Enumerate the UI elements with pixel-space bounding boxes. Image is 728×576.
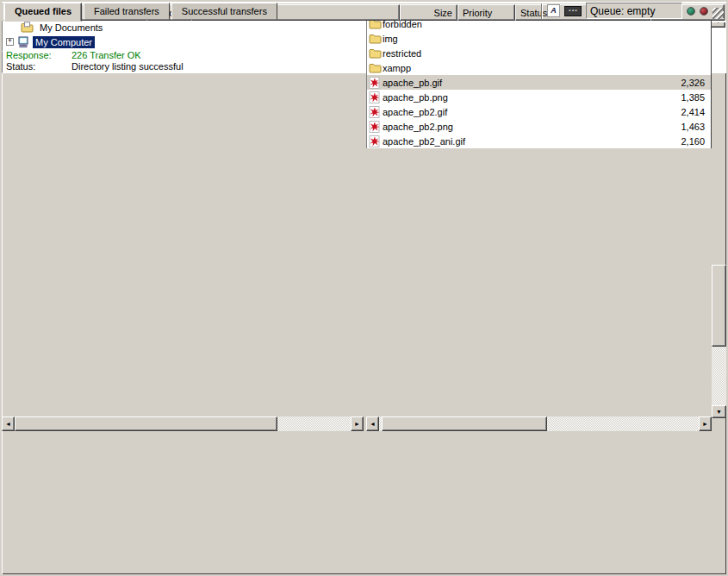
- encryption-indicator-icon[interactable]: ▪▪▪: [564, 6, 582, 16]
- tree-item-my-computer[interactable]: + My Computer: [6, 34, 361, 49]
- remote-file-list: .. forbidden img restricted xampp apache…: [366, 2, 712, 148]
- scroll-right-icon[interactable]: ►: [699, 416, 712, 431]
- remote-file-row[interactable]: apache_pb2.gif 2,414: [367, 104, 711, 119]
- remote-file-row[interactable]: xampp: [367, 60, 711, 75]
- queue-status-panel: Queue: empty: [586, 3, 682, 19]
- folder-icon: [369, 63, 382, 73]
- folder-icon: [369, 48, 382, 59]
- data-type-indicator-icon[interactable]: A: [547, 4, 560, 17]
- file-name: apache_pb.gif: [383, 78, 616, 88]
- scrollbar-thumb[interactable]: [15, 416, 277, 431]
- my-computer-icon: [17, 36, 29, 47]
- log-label: Status:: [6, 61, 72, 72]
- remote-file-row[interactable]: apache_pb2_ani.gif 2,160: [367, 134, 711, 148]
- image-file-icon: [369, 121, 381, 133]
- remote-file-row[interactable]: apache_pb2.png 1,463: [367, 119, 711, 134]
- file-name: apache_pb2.gif: [383, 107, 616, 117]
- file-name: apache_pb2.png: [383, 122, 616, 132]
- file-name: xampp: [383, 63, 616, 73]
- remote-vertical-scrollbar[interactable]: ▼: [712, 265, 726, 418]
- file-name: restricted: [383, 48, 616, 59]
- file-size: 1,463: [616, 122, 711, 132]
- pane-splitter[interactable]: [364, 163, 366, 453]
- image-file-icon: [369, 91, 381, 103]
- tree-item-label-selected: My Computer: [33, 36, 95, 48]
- scrollbar-track[interactable]: [379, 416, 699, 431]
- resize-grip[interactable]: [712, 8, 724, 19]
- scroll-left-icon[interactable]: ◄: [2, 416, 15, 431]
- remote-file-row-selected[interactable]: apache_pb.gif 2,326: [367, 75, 711, 90]
- folder-icon: [369, 34, 382, 44]
- scrollbar-track[interactable]: [712, 265, 726, 405]
- tree-item-label: My Documents: [37, 22, 105, 34]
- tree-item-my-documents[interactable]: My Documents: [6, 20, 361, 34]
- file-name: img: [383, 34, 616, 44]
- upload-activity-indicator: [700, 7, 708, 16]
- file-name: apache_pb2_ani.gif: [383, 136, 616, 147]
- status-bar: A ▪▪▪ Queue: empty: [2, 2, 726, 19]
- queue-status-text: Queue: empty: [590, 5, 655, 17]
- file-size: 2,160: [616, 136, 711, 147]
- remote-horizontal-scrollbar[interactable]: ◄ ►: [366, 416, 712, 431]
- scrollbar-thumb[interactable]: [382, 416, 547, 431]
- remote-file-row[interactable]: restricted: [367, 46, 711, 60]
- scroll-down-icon[interactable]: ▼: [712, 405, 726, 418]
- scroll-right-icon[interactable]: ►: [351, 416, 364, 431]
- download-activity-indicator: [687, 7, 695, 16]
- scroll-left-icon[interactable]: ◄: [366, 416, 379, 431]
- remote-file-row[interactable]: apache_pb.png 1,385: [367, 90, 711, 104]
- file-size: 2,326: [616, 78, 711, 88]
- image-file-icon: [369, 106, 381, 118]
- local-horizontal-scrollbar[interactable]: ◄ ►: [2, 416, 364, 431]
- file-name: apache_pb.png: [383, 92, 616, 103]
- image-file-icon: [369, 135, 381, 147]
- expand-icon[interactable]: +: [6, 38, 14, 46]
- remote-file-row[interactable]: img: [367, 31, 711, 46]
- my-documents-icon: [21, 22, 34, 33]
- image-file-icon: [369, 77, 381, 89]
- statusbar-separator: [541, 3, 543, 19]
- log-text: Directory listing successful: [72, 61, 184, 72]
- scrollbar-thumb[interactable]: [712, 265, 726, 347]
- file-size: 1,385: [616, 92, 711, 103]
- scrollbar-track[interactable]: [15, 416, 351, 431]
- file-size: 2,414: [616, 107, 711, 117]
